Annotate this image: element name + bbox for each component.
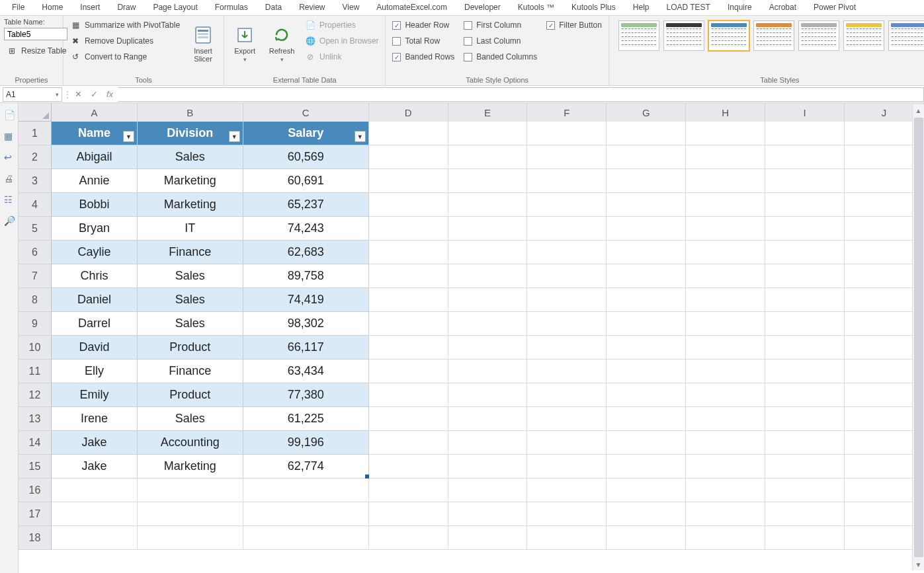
cell-B2[interactable]: Sales <box>138 145 243 169</box>
cell-D2[interactable] <box>369 145 448 169</box>
cell-E4[interactable] <box>448 193 528 217</box>
cell-G15[interactable] <box>607 455 686 478</box>
cell-G18[interactable] <box>607 526 686 550</box>
cell-C10[interactable]: 66,117 <box>243 336 369 360</box>
fx-button[interactable]: fx <box>102 87 118 102</box>
resize-table-button[interactable]: ⊞ Resize Table <box>4 44 69 58</box>
tab-inquire[interactable]: Inquire <box>720 1 760 15</box>
remove-duplicates-button[interactable]: ✖ Remove Duplicates <box>67 34 183 48</box>
cell-F11[interactable] <box>527 360 607 383</box>
cell-B5[interactable]: IT <box>138 217 243 241</box>
cell-C7[interactable]: 89,758 <box>243 264 369 288</box>
cell-G11[interactable] <box>607 360 686 383</box>
cell-E8[interactable] <box>448 288 528 312</box>
cell-B16[interactable] <box>138 478 243 502</box>
export-button[interactable]: Export ▾ <box>228 18 261 69</box>
column-header-H[interactable]: H <box>686 103 765 122</box>
cell-D15[interactable] <box>369 455 448 478</box>
grid[interactable]: ABCDEFGHIJ 123456789101112131415161718 N… <box>19 103 924 573</box>
tab-home[interactable]: Home <box>34 1 71 15</box>
select-all-corner[interactable] <box>19 103 52 122</box>
cell-A2[interactable]: Abigail <box>52 145 138 169</box>
cell-F18[interactable] <box>527 526 607 550</box>
cell-B14[interactable]: Accounting <box>138 431 243 455</box>
cell-F6[interactable] <box>527 241 607 264</box>
cell-I6[interactable] <box>765 241 845 264</box>
cell-A4[interactable]: Bobbi <box>52 193 138 217</box>
cell-I1[interactable] <box>765 122 845 145</box>
cell-B8[interactable]: Sales <box>138 288 243 312</box>
cell-D10[interactable] <box>369 336 448 360</box>
cell-B11[interactable]: Finance <box>138 360 243 383</box>
cell-C17[interactable] <box>243 502 369 526</box>
cell-H1[interactable] <box>686 122 765 145</box>
table-style-swatch-4[interactable] <box>798 20 839 51</box>
cell-D17[interactable] <box>369 502 448 526</box>
cell-A6[interactable]: Caylie <box>52 241 138 264</box>
cell-B15[interactable]: Marketing <box>138 455 243 478</box>
cell-I8[interactable] <box>765 288 845 312</box>
scroll-down-arrow[interactable]: ▼ <box>913 558 924 570</box>
row-header-5[interactable]: 5 <box>19 217 52 241</box>
row-header-4[interactable]: 4 <box>19 193 52 217</box>
cell-H10[interactable] <box>686 336 765 360</box>
cell-G4[interactable] <box>607 193 686 217</box>
find-icon[interactable]: 🔎 <box>4 215 15 226</box>
option-last-col[interactable]: Last Column <box>461 34 540 48</box>
cell-A12[interactable]: Emily <box>52 383 138 407</box>
tab-power-pivot[interactable]: Power Pivot <box>806 1 864 15</box>
cell-H14[interactable] <box>686 431 765 455</box>
cell-H4[interactable] <box>686 193 765 217</box>
cell-E3[interactable] <box>448 169 528 193</box>
cell-F15[interactable] <box>527 455 607 478</box>
cell-E14[interactable] <box>448 431 528 455</box>
cell-G16[interactable] <box>607 478 686 502</box>
cell-A3[interactable]: Annie <box>52 169 138 193</box>
cell-D5[interactable] <box>369 217 448 241</box>
row-header-9[interactable]: 9 <box>19 312 52 336</box>
row-header-14[interactable]: 14 <box>19 431 52 455</box>
cell-H11[interactable] <box>686 360 765 383</box>
cell-H6[interactable] <box>686 241 765 264</box>
cell-I4[interactable] <box>765 193 845 217</box>
cell-F4[interactable] <box>527 193 607 217</box>
cell-A16[interactable] <box>52 478 138 502</box>
cell-A11[interactable]: Elly <box>52 360 138 383</box>
cell-B6[interactable]: Finance <box>138 241 243 264</box>
cell-C16[interactable] <box>243 478 369 502</box>
cell-A18[interactable] <box>52 526 138 550</box>
cell-A7[interactable]: Chris <box>52 264 138 288</box>
tab-view[interactable]: View <box>335 1 368 15</box>
cell-D1[interactable] <box>369 122 448 145</box>
cell-G17[interactable] <box>607 502 686 526</box>
cell-G7[interactable] <box>607 264 686 288</box>
cell-D12[interactable] <box>369 383 448 407</box>
cell-B10[interactable]: Product <box>138 336 243 360</box>
tab-file[interactable]: File <box>4 1 32 15</box>
row-header-11[interactable]: 11 <box>19 360 52 383</box>
cell-E2[interactable] <box>448 145 528 169</box>
sheet-view-icon[interactable]: 📄 <box>4 110 15 120</box>
cell-G12[interactable] <box>607 383 686 407</box>
tab-insert[interactable]: Insert <box>72 1 108 15</box>
filter-button-salary[interactable]: ▼ <box>355 131 366 142</box>
cell-D11[interactable] <box>369 360 448 383</box>
cell-D6[interactable] <box>369 241 448 264</box>
cell-G13[interactable] <box>607 407 686 431</box>
cell-A13[interactable]: Irene <box>52 407 138 431</box>
cell-H3[interactable] <box>686 169 765 193</box>
cell-F10[interactable] <box>527 336 607 360</box>
row-header-12[interactable]: 12 <box>19 383 52 407</box>
row-header-8[interactable]: 8 <box>19 288 52 312</box>
tab-acrobat[interactable]: Acrobat <box>761 1 804 15</box>
row-header-7[interactable]: 7 <box>19 264 52 288</box>
cell-D9[interactable] <box>369 312 448 336</box>
cell-E7[interactable] <box>448 264 528 288</box>
convert-range-button[interactable]: ↺ Convert to Range <box>67 50 183 64</box>
cell-D18[interactable] <box>369 526 448 550</box>
cell-H5[interactable] <box>686 217 765 241</box>
cell-B18[interactable] <box>138 526 243 550</box>
cell-E12[interactable] <box>448 383 528 407</box>
option-header[interactable]: ✓Header Row <box>390 18 457 32</box>
cell-I17[interactable] <box>765 502 845 526</box>
